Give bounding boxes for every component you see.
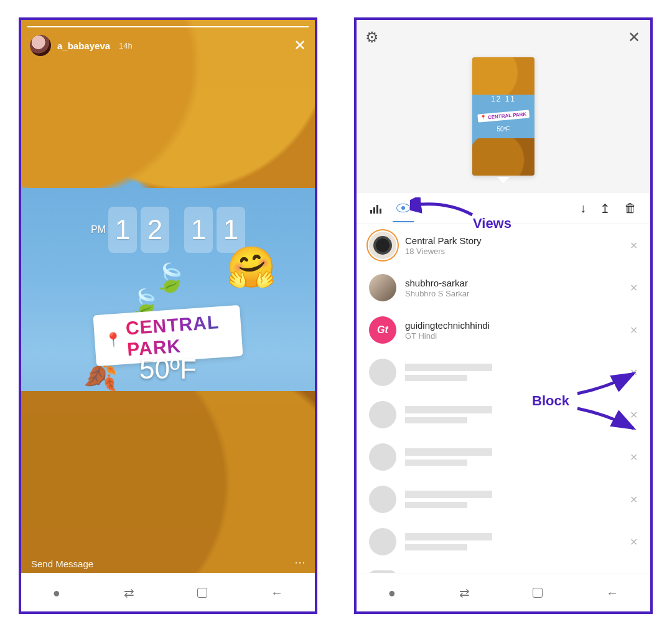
story-timestamp: 14h [119,41,133,50]
avatar [369,401,396,428]
viewer-row-story-summary[interactable]: Central Park Story 18 Viewers ✕ [357,224,650,266]
trash-icon[interactable]: 🗑 [624,201,637,216]
viewer-title: Central Park Story [405,235,482,247]
viewer-row[interactable]: shubhro-sarkar Shubhro S Sarkar ✕ [357,266,650,309]
android-nav-bar: ● [357,573,650,611]
close-icon[interactable]: ✕ [628,29,640,46]
tab-insights[interactable] [370,204,381,214]
download-icon[interactable]: ↓ [580,201,586,216]
android-nav-bar: ● [21,573,315,611]
bar-chart-icon [370,204,381,214]
remove-viewer-icon[interactable]: ✕ [630,409,638,421]
thumb-temp: 50ºF [472,126,534,133]
thumb-pointer-icon [497,177,510,189]
clock-digit: 1 [108,207,137,253]
viewer-username: shubhro-sarkar [405,278,469,289]
viewers-count: 18 Viewers [405,247,482,256]
avatar[interactable] [30,35,51,56]
flip-clock-sticker: PM 1 2 1 1 [91,207,245,253]
viewer-row-blurred: ✕ [357,394,650,436]
story-progress-bar [27,26,309,27]
gear-icon[interactable]: ⚙ [365,29,379,46]
viewer-fullname: GT Hindi [405,331,490,341]
story-ring-avatar[interactable] [369,232,396,259]
viewers-list[interactable]: Central Park Story 18 Viewers ✕ shubhro-… [357,224,650,577]
remove-viewer-icon[interactable]: ✕ [630,324,638,336]
remove-viewer-icon[interactable]: ✕ [630,282,638,294]
story-thumbnail[interactable]: 12 11 📍 CENTRAL PARK 50ºF [472,57,534,176]
nav-recent-icon[interactable] [124,587,134,599]
clock-digit: 2 [141,207,169,253]
viewers-thumb-area: ⚙ ✕ 12 11 📍 CENTRAL PARK 50ºF [357,20,650,193]
story-header: a_babayeva 14h ✕ [30,35,306,56]
remove-viewer-icon[interactable]: ✕ [630,451,638,463]
avatar [369,528,396,555]
location-pin-icon: 📍 [104,331,122,349]
viewer-row-blurred: ✕ [357,351,650,394]
viewer-fullname: Shubhro S Sarkar [405,289,469,298]
eye-icon [396,204,410,212]
viewer-row-blurred: ✕ [357,478,650,521]
avatar [369,359,396,386]
more-icon[interactable]: ⋯ [294,555,305,569]
nav-back-icon[interactable] [271,587,283,599]
nav-back-icon[interactable] [606,587,618,599]
hugging-face-emoji: 🤗 [226,244,276,291]
avatar [369,443,396,471]
temperature-sticker: 50ºF [139,354,197,385]
story-username[interactable]: a_babayeva [57,40,110,51]
share-icon[interactable]: ↥ [600,201,610,216]
nav-home-icon[interactable] [197,588,207,598]
story-viewers-panel: ⚙ ✕ 12 11 📍 CENTRAL PARK 50ºF ↓ ↥ 🗑 Cent… [354,17,653,614]
viewer-row[interactable]: Gt guidingtechnichhindi GT Hindi ✕ [357,309,650,351]
avatar[interactable]: Gt [369,316,396,344]
nav-home-icon[interactable] [533,588,543,598]
remove-viewer-icon[interactable]: ✕ [630,494,638,506]
avatar[interactable] [369,274,396,301]
location-text: CENTRAL PARK [125,311,233,361]
nav-apps-icon[interactable]: ● [53,587,60,599]
viewer-username: guidingtechnichhindi [405,320,490,331]
nav-apps-icon[interactable]: ● [388,587,396,599]
tab-views[interactable] [396,204,410,214]
thumb-location: 📍 CENTRAL PARK [477,110,529,122]
remove-viewer-icon[interactable]: ✕ [630,240,638,252]
autumn-foliage-bottom [21,391,315,578]
story-canvas[interactable]: a_babayeva 14h ✕ PM 1 2 1 1 🤗 🍃 🍃 🍂 📍 CE… [21,20,315,578]
clock-digit: 1 [184,207,213,253]
close-icon[interactable]: ✕ [294,38,306,53]
clock-ampm: PM [91,224,106,235]
nav-recent-icon[interactable] [459,587,470,599]
story-view-panel: a_babayeva 14h ✕ PM 1 2 1 1 🤗 🍃 🍃 🍂 📍 CE… [19,17,317,614]
send-message-input[interactable]: Send Message [31,559,93,569]
viewer-row-blurred: ✕ [357,521,650,563]
viewer-tabs: ↓ ↥ 🗑 [357,193,650,224]
remove-viewer-icon[interactable]: ✕ [630,367,638,379]
avatar [369,486,396,513]
thumb-time: 12 11 [472,95,534,103]
viewer-row-blurred: ✕ [357,436,650,478]
remove-viewer-icon[interactable]: ✕ [630,536,638,548]
